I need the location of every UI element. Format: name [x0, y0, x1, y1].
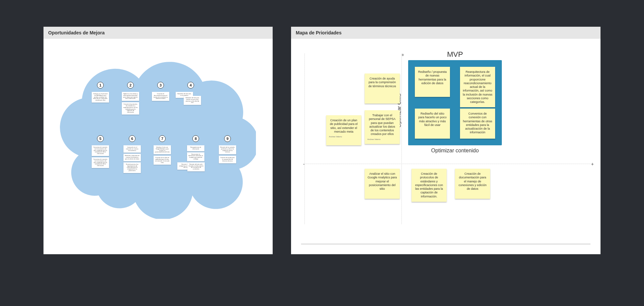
sticky-text: Rediseño del sitio para hacerlo un poco … — [418, 112, 447, 127]
minus-left: - — [303, 161, 305, 167]
group-number: 3 — [157, 82, 164, 89]
note-card[interactable]: Trabajar con el personal de SEPSA para q… — [92, 92, 109, 103]
priority-map[interactable]: + + - MVP Optimizar CMS Optimizar conten… — [301, 40, 590, 244]
panel-opportunities-title: Oportunidades de Mejora — [43, 27, 273, 39]
panel-priority-map: Mapa de Prioridades + + - MVP Optimizar … — [291, 27, 601, 254]
sticky-ayuda[interactable]: Creación de ayuda para la comprensión de… — [365, 73, 400, 104]
group-6[interactable]: 6 Innovación en el mercado con nuevas he… — [117, 135, 147, 173]
sticky-plan[interactable]: Creación de un plan de publicidad para e… — [326, 115, 361, 145]
plus-right: + — [591, 161, 594, 167]
note-card[interactable]: Convenios de conexión con herramientas d… — [92, 145, 109, 156]
sticky-text: Creación de ayuda para la comprensión de… — [367, 77, 397, 88]
panel-priority-title: Mapa de Prioridades — [291, 27, 601, 39]
sticky-rediseno-tools[interactable]: Rediseño / propuesta de nuevas herramien… — [415, 67, 450, 97]
note-card[interactable]: Creación de ayuda para la comprensión de… — [219, 156, 236, 163]
note-card[interactable]: Revisión previa a las importaciones de c… — [123, 162, 141, 173]
note-card[interactable]: Vigilancia a las alertas y datos guberna… — [122, 92, 139, 101]
sticky-text: Rearquitectura de información, el cual p… — [463, 70, 492, 104]
group-1[interactable]: 1 Trabajar con el personal de SEPSA para… — [85, 82, 115, 103]
note-card[interactable]: Creación de protocolos de estándares y e… — [122, 102, 139, 115]
mvp-title: MVP — [408, 50, 502, 59]
note-card[interactable]: Documentar la información relevante en l… — [187, 152, 204, 161]
axis-x-mid — [304, 164, 590, 164]
group-4[interactable]: 4 Rediseño del sitio web, en lo estético… — [176, 82, 206, 107]
note-card[interactable]: Convenios de conexión con herramientas d… — [92, 157, 109, 168]
group-2[interactable]: 2 Vigilancia a las alertas y datos guber… — [115, 82, 146, 115]
note-card[interactable]: Rediseño / propuesta de nuevas herramien… — [123, 154, 141, 161]
group-number: 7 — [159, 135, 166, 142]
group-number: 5 — [97, 135, 104, 142]
sticky-sepsa[interactable]: Trabajar con el personal de SEPSA para q… — [365, 110, 400, 144]
group-8[interactable]: 8 Rearquitectura de información Document… — [177, 135, 214, 178]
sticky-analytics[interactable]: Analizar el sitio con Google Analytics p… — [365, 169, 400, 199]
x-axis-label: Optimizar contenido — [411, 148, 498, 154]
sticky-convenios[interactable]: Convenios de conexión con herramientas d… — [460, 109, 495, 139]
sticky-author: Andrea Valerio — [367, 138, 397, 141]
sticky-author: Andrea Valerio — [329, 136, 359, 138]
axis-y — [304, 53, 305, 224]
sticky-protocolos[interactable]: Creación de protocolos de estándares y e… — [411, 169, 447, 202]
group-number: 9 — [224, 135, 231, 142]
sticky-text: Analizar el sitio con Google Analytics p… — [367, 172, 397, 191]
group-5[interactable]: 5 Convenios de conexión con herramientas… — [85, 135, 115, 168]
note-card[interactable]: Revisión de los actuales productos y ofr… — [219, 145, 236, 154]
panel-opportunities: Oportunidades de Mejora 1 Trabajar con e… — [43, 27, 273, 254]
note-card[interactable]: Innovación en el mercado con nuevas herr… — [123, 145, 141, 153]
sticky-rediseno-sitio[interactable]: Rediseño del sitio para hacerlo un poco … — [415, 109, 450, 139]
note-card[interactable]: Creación de documentación para el manejo… — [152, 92, 169, 101]
note-card[interactable]: Analizar el sitio con Google Analytics p… — [154, 145, 171, 154]
sticky-doc[interactable]: Creación de documentación para el manejo… — [455, 169, 490, 199]
note-card[interactable]: Creación de un plan de publicidad para e… — [154, 156, 171, 165]
group-number: 1 — [97, 82, 104, 89]
cloud-diagram: 1 Trabajar con el personal de SEPSA para… — [59, 55, 256, 219]
axis-x — [301, 244, 590, 244]
sticky-text: Convenios de conexión con herramientas d… — [463, 112, 492, 135]
note-card[interactable]: Rearquitectura de información — [187, 145, 204, 151]
axis-y-mid — [401, 53, 402, 224]
sticky-text: Creación de un plan de publicidad para e… — [329, 119, 359, 134]
group-number: 4 — [187, 82, 194, 89]
sticky-rearq[interactable]: Rearquitectura de información, el cual p… — [460, 67, 495, 107]
group-3[interactable]: 3 Creación de documentación para el mane… — [146, 82, 176, 101]
sticky-text: Creación de documentación para el manejo… — [458, 172, 487, 191]
sticky-text: Creación de protocolos de estándares y e… — [414, 172, 444, 198]
canvas[interactable]: Oportunidades de Mejora 1 Trabajar con e… — [0, 0, 644, 306]
note-card[interactable]: Revisión del sitio web, basado en el doc… — [187, 162, 205, 171]
group-7[interactable]: 7 Analizar el sitio con Google Analytics… — [147, 135, 177, 165]
sticky-text: Trabajar con el personal de SEPSA para q… — [367, 114, 397, 136]
group-number: 2 — [127, 82, 134, 89]
plus-top: + — [401, 52, 404, 57]
group-9[interactable]: 9 Revisión de los actuales productos y o… — [212, 135, 243, 163]
sticky-text: Rediseño / propuesta de nuevas herramien… — [418, 70, 447, 85]
group-number: 6 — [129, 135, 135, 142]
group-number: 8 — [192, 135, 199, 142]
note-card[interactable]: Rediseño del sitio para hacerlo un poco … — [184, 96, 201, 105]
